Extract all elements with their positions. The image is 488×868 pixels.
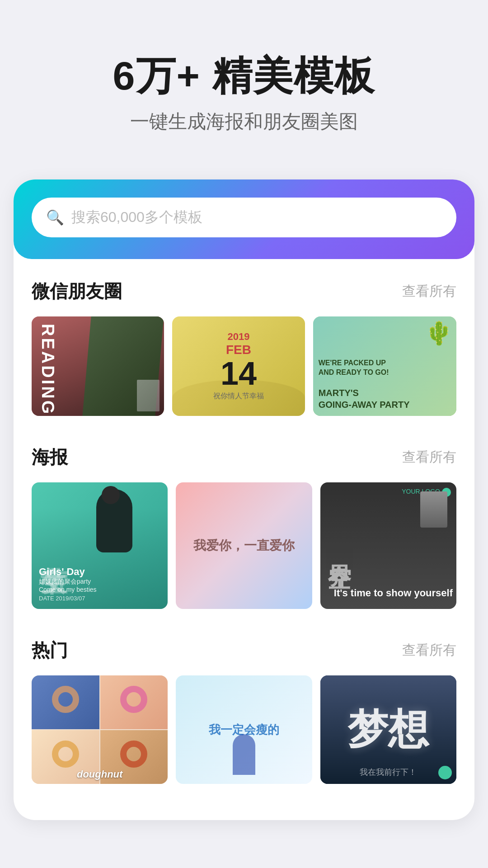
- girl-head: [102, 486, 120, 504]
- poster-card-love[interactable]: 我爱你，一直爱你: [176, 482, 312, 609]
- poster-section-header: 海报 查看所有: [32, 445, 456, 470]
- donut-cell-2: [100, 675, 168, 729]
- wechat-card-reading[interactable]: READING: [32, 316, 164, 416]
- hot-card-dream[interactable]: 梦想 我在我前行下！: [320, 675, 456, 784]
- book-cover: [137, 380, 160, 411]
- lamp-visual: [420, 491, 447, 528]
- love-text: 我爱你，一直爱你: [193, 537, 295, 554]
- reading-vertical-text: READING: [38, 324, 57, 415]
- donut-shape-2: [120, 686, 147, 713]
- hot-see-all[interactable]: 查看所有: [402, 641, 456, 660]
- hot-section: 热门 查看所有 doughnut: [14, 618, 474, 793]
- hot-cards-row: doughnut 我一定会瘦的 梦想 我在我前行下！: [32, 675, 456, 784]
- hero-section: 6万+ 精美模板 一键生成海报和朋友圈美图: [0, 0, 488, 161]
- hot-section-title: 热门: [32, 638, 68, 663]
- hot-section-header: 热门 查看所有: [32, 638, 456, 663]
- search-placeholder: 搜索60,000多个模板: [71, 208, 202, 227]
- donut-shape-4: [120, 741, 147, 768]
- hot-card-doughnut[interactable]: doughnut: [32, 675, 168, 784]
- show-yourself-text: It's time to show yourself: [334, 587, 453, 600]
- hero-subtitle: 一键生成海报和朋友圈美图: [27, 109, 461, 134]
- dream-sub: 我在我前行下！: [320, 767, 456, 778]
- donut-shape-3: [52, 741, 79, 768]
- search-icon: 🔍: [46, 209, 64, 226]
- search-bar[interactable]: 🔍 搜索60,000多个模板: [32, 198, 456, 237]
- wechat-section-title: 微信朋友圈: [32, 279, 122, 304]
- person-figure: [233, 734, 255, 775]
- hero-title: 6万+ 精美模板: [27, 54, 461, 98]
- wechat-card-party[interactable]: 🌵 WE'RE PACKED UPAND READY TO GO! MARTY'…: [313, 316, 456, 416]
- feb14-year: 2019: [213, 331, 264, 343]
- wechat-section-header: 微信朋友圈 查看所有: [32, 279, 456, 304]
- search-header: 🔍 搜索60,000多个模板: [14, 179, 474, 259]
- poster-card-space[interactable]: YOUR LOGO 空界 It's time to show yourself: [320, 482, 456, 609]
- girlsday-overlay: Girls' Day 姐妹团的聚会party Come on,my bestie…: [32, 559, 104, 609]
- donut-cell-1: [32, 675, 99, 729]
- doughnut-label: doughnut: [32, 769, 168, 780]
- dream-logo-dot: [438, 766, 452, 779]
- girlsday-sub2: Come on,my besties: [39, 586, 97, 593]
- dream-char: 梦想: [347, 702, 429, 757]
- poster-card-girlsday[interactable]: 女生节 Girls' Day 姐妹团的聚会party Come on,my be…: [32, 482, 168, 609]
- wechat-see-all[interactable]: 查看所有: [402, 282, 456, 301]
- feb14-day: 14: [213, 357, 264, 390]
- feb14-subtitle: 祝你情人节幸福: [213, 392, 264, 401]
- poster-section-title: 海报: [32, 445, 68, 470]
- wechat-section: 微信朋友圈 查看所有 READING 2019 FEB 14 祝你情人节幸福: [14, 259, 474, 425]
- wechat-card-feb14[interactable]: 2019 FEB 14 祝你情人节幸福: [172, 316, 305, 416]
- girlsday-date: DATE 2019/03/07: [39, 595, 97, 602]
- cactus-icon: 🌵: [425, 320, 453, 346]
- hot-card-slim[interactable]: 我一定会瘦的: [176, 675, 312, 784]
- wechat-cards-row: READING 2019 FEB 14 祝你情人节幸福 🌵: [32, 316, 456, 416]
- donut-shape-1: [52, 686, 79, 713]
- feb14-content: 2019 FEB 14 祝你情人节幸福: [213, 331, 264, 401]
- girlsday-sub: 姐妹团的聚会party: [39, 578, 97, 586]
- poster-see-all[interactable]: 查看所有: [402, 448, 456, 467]
- reading-card-inner: READING: [32, 316, 164, 416]
- app-card: 🔍 搜索60,000多个模板 微信朋友圈 查看所有 READING 2019: [14, 179, 474, 820]
- party-text: WE'RE PACKED UPAND READY TO GO! MARTY'SG…: [319, 359, 410, 410]
- girlsday-title: Girls' Day: [39, 566, 97, 578]
- poster-section: 海报 查看所有 女生节 Girls' Day 姐妹团的聚会party Come …: [14, 425, 474, 618]
- poster-cards-row: 女生节 Girls' Day 姐妹团的聚会party Come on,my be…: [32, 482, 456, 609]
